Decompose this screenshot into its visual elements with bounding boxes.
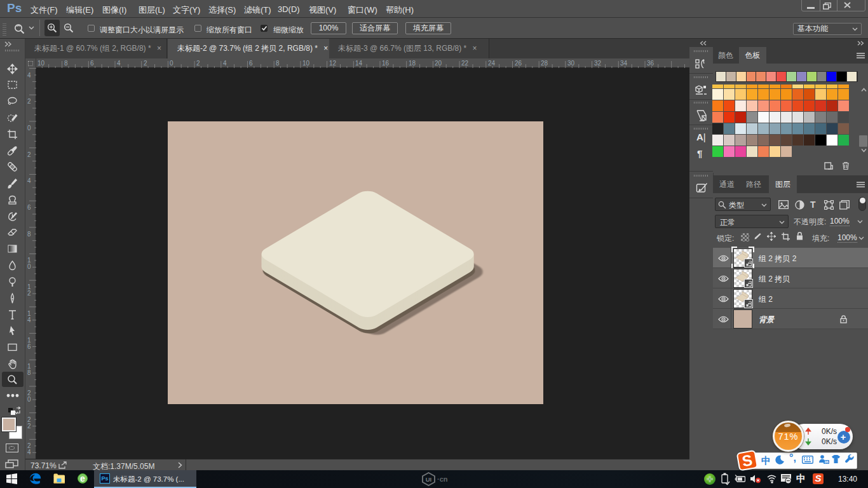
svg-text:36: 36 bbox=[824, 460, 829, 464]
svg-text:UI: UI bbox=[426, 476, 432, 483]
